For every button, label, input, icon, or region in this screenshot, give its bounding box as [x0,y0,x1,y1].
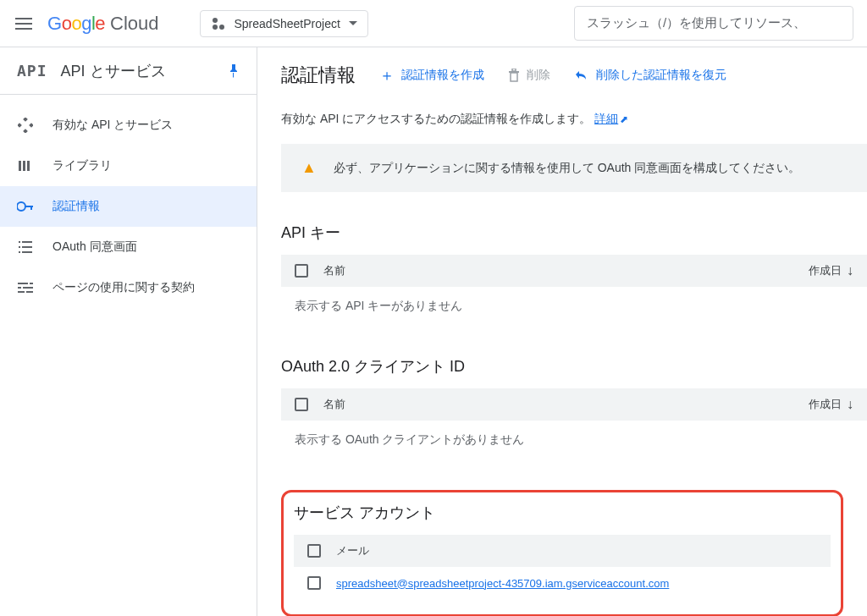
svg-rect-13 [22,246,32,248]
api-keys-table-header: 名前 作成日 ↓ [281,255,867,287]
sidebar-item-label: ページの使用に関する契約 [52,280,195,295]
col-date[interactable]: 作成日 ↓ [809,263,853,278]
svg-rect-10 [19,241,20,243]
google-cloud-logo[interactable]: Google Cloud [47,13,159,35]
pin-icon[interactable] [228,63,240,79]
trash-icon [508,69,520,82]
svg-rect-23 [511,73,517,81]
sidebar-item-label: 有効な API とサービス [52,118,173,133]
warning-banner: ▲ 必ず、アプリケーションに関する情報を使用して OAuth 同意画面を構成して… [281,144,867,192]
table-row: spreadsheet@spreadsheetproject-435709.ia… [294,567,831,599]
svg-rect-15 [22,251,32,253]
svg-rect-5 [23,161,25,171]
sidebar-item-library[interactable]: ライブラリ [0,146,257,186]
select-all-checkbox[interactable] [295,398,308,411]
sidebar-item-oauth-consent[interactable]: OAuth 同意画面 [0,227,257,267]
api-keys-empty: 表示する API キーがありません [281,287,867,326]
svg-rect-19 [23,287,33,289]
undo-icon [574,69,589,81]
sidebar-title: API とサービス [61,61,214,81]
col-date[interactable]: 作成日 ↓ [809,397,853,412]
svg-rect-18 [18,287,21,289]
svg-rect-20 [18,291,25,293]
warning-text: 必ず、アプリケーションに関する情報を使用して OAuth 同意画面を構成してくだ… [334,161,800,176]
svg-rect-4 [19,161,21,171]
svg-rect-24 [512,69,516,71]
api-keys-title: API キー [281,223,867,243]
project-icon [211,16,226,31]
intro-text: 有効な API にアクセスするための認証情報を作成します。 [281,112,591,125]
svg-rect-9 [30,206,32,210]
oauth-empty: 表示する OAuth クライアントがありません [281,421,867,459]
sidebar-item-enabled-apis[interactable]: 有効な API とサービス [0,105,257,146]
sort-arrow-down-icon: ↓ [847,397,853,412]
svg-rect-1 [18,123,22,128]
settings-icon [17,279,34,296]
svg-rect-14 [19,251,20,253]
svg-rect-3 [23,129,28,133]
sidebar-item-credentials[interactable]: 認証情報 [0,186,257,227]
row-checkbox[interactable] [307,576,321,590]
sidebar-item-agreements[interactable]: ページの使用に関する契約 [0,267,257,308]
sidebar-item-label: ライブラリ [52,158,112,173]
page-title: 認証情報 [281,63,356,88]
oauth-table-header: 名前 作成日 ↓ [281,388,867,421]
library-icon [17,157,34,174]
svg-rect-17 [30,283,33,284]
svg-rect-16 [18,283,28,284]
service-accounts-title: サービス アカウント [294,503,831,523]
search-input[interactable]: スラッシュ（/）を使用してリソース、 [574,6,853,41]
warning-icon: ▲ [301,159,317,177]
consent-icon [17,239,34,256]
project-name: SpreadSheetProject [235,17,340,30]
service-accounts-highlight: サービス アカウント メール spreadsheet@spreadsheetpr… [281,490,843,616]
col-email[interactable]: メール [336,543,817,558]
plus-icon: ＋ [379,65,395,85]
learn-more-link[interactable]: 詳細 [594,112,618,125]
select-all-checkbox[interactable] [307,544,321,558]
service-account-email-link[interactable]: spreadsheet@spreadsheetproject-435709.ia… [336,577,669,590]
api-logo: API [17,62,47,80]
svg-rect-2 [29,123,33,128]
select-all-checkbox[interactable] [295,264,308,278]
svg-rect-12 [19,246,20,248]
create-credentials-button[interactable]: ＋ 認証情報を作成 [379,65,484,85]
button-label: 削除 [527,68,550,83]
delete-button[interactable]: 削除 [508,68,550,83]
sidebar-item-label: OAuth 同意画面 [52,239,137,255]
service-accounts-table-header: メール [294,535,831,567]
svg-rect-11 [22,241,32,243]
oauth-title: OAuth 2.0 クライアント ID [281,356,867,377]
col-name[interactable]: 名前 [323,263,793,278]
sidebar-item-label: 認証情報 [52,199,100,214]
project-selector[interactable]: SpreadSheetProject [200,10,368,37]
col-name[interactable]: 名前 [323,397,793,412]
key-icon [17,198,34,215]
external-link-icon: ⬈ [620,113,628,125]
button-label: 認証情報を作成 [401,68,484,83]
diamond-icon [17,117,34,134]
restore-button[interactable]: 削除した認証情報を復元 [574,68,726,83]
button-label: 削除した認証情報を復元 [596,68,726,83]
svg-rect-21 [26,291,33,293]
svg-rect-6 [27,161,30,171]
svg-rect-0 [23,118,28,122]
sort-arrow-down-icon: ↓ [847,263,853,278]
svg-point-7 [17,202,25,211]
hamburger-menu[interactable] [14,14,34,34]
chevron-down-icon [349,21,357,25]
